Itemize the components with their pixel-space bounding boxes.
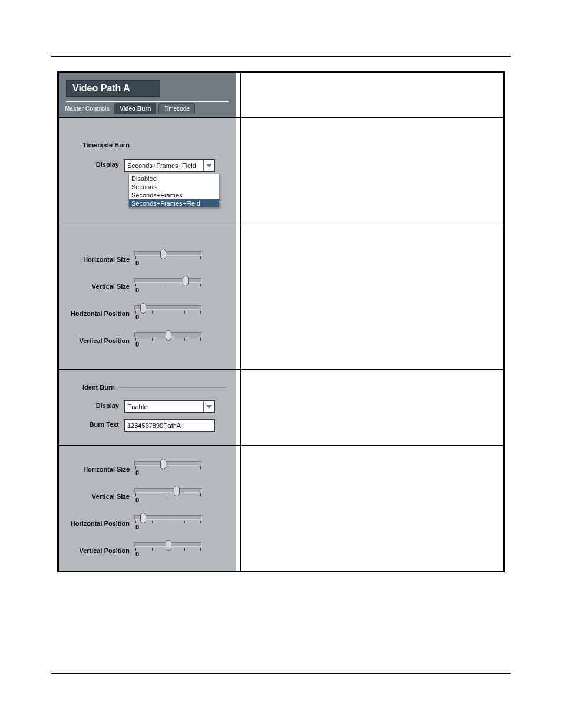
page-rule-bottom bbox=[51, 673, 511, 674]
vpos-slider-1[interactable] bbox=[134, 332, 202, 337]
desc-cell-2 bbox=[240, 118, 504, 226]
option-seconds-frames-field[interactable]: Seconds+Frames+Field bbox=[129, 199, 219, 207]
burn-text-input[interactable]: 1234567890PathA bbox=[124, 419, 215, 432]
option-seconds[interactable]: Seconds bbox=[129, 183, 219, 191]
hsize-thumb-1[interactable] bbox=[160, 249, 166, 259]
tab-master-controls[interactable]: Master Controls bbox=[62, 104, 112, 114]
burn-text-label: Burn Text bbox=[65, 419, 124, 428]
burn-text-value: 1234567890PathA bbox=[127, 422, 181, 429]
display-dropdown-options: Disabled Seconds Seconds+Frames Seconds+… bbox=[128, 174, 220, 208]
content-table: Video Path A Master Controls Video Burn … bbox=[57, 71, 505, 572]
tab-row: Master Controls Video Burn Timecode bbox=[59, 103, 236, 114]
hsize-value-1: 0 bbox=[135, 259, 202, 266]
ident-display-label: Display bbox=[65, 400, 124, 409]
hpos-label-1: Horizontal Position bbox=[65, 304, 134, 317]
title-underline bbox=[66, 101, 229, 102]
panel-title-block: Video Path A bbox=[66, 80, 160, 97]
ident-burn-heading: Ident Burn bbox=[65, 384, 118, 391]
ident-burn-header: Ident Burn bbox=[65, 384, 230, 391]
hpos-value-2: 0 bbox=[135, 523, 202, 531]
vpos-row-1: Vertical Position 0 bbox=[65, 331, 230, 348]
hpos-slider-2[interactable] bbox=[134, 515, 202, 520]
timecode-burn-panel: Timecode Burn Display Seconds+Frames+Fie… bbox=[59, 118, 236, 226]
display-label: Display bbox=[65, 159, 124, 168]
hpos-value-1: 0 bbox=[135, 314, 202, 321]
chevron-down-icon bbox=[203, 160, 214, 171]
vpos-label-2: Vertical Position bbox=[65, 541, 134, 554]
ident-burn-rule bbox=[118, 387, 226, 388]
desc-cell-5 bbox=[240, 446, 504, 572]
desc-cell-4 bbox=[240, 370, 504, 446]
hpos-thumb-1[interactable] bbox=[140, 303, 146, 314]
vsize-thumb-2[interactable] bbox=[174, 486, 180, 496]
hpos-label-2: Horizontal Position bbox=[65, 514, 134, 527]
tab-video-burn[interactable]: Video Burn bbox=[114, 103, 156, 114]
header-panel: Video Path A Master Controls Video Burn … bbox=[59, 73, 236, 117]
hsize-value-2: 0 bbox=[135, 469, 202, 476]
desc-cell-1 bbox=[240, 73, 504, 118]
vsize-thumb-1[interactable] bbox=[183, 276, 189, 286]
vsize-row-1: Vertical Size 0 bbox=[65, 277, 230, 294]
vpos-label-1: Vertical Position bbox=[65, 331, 134, 344]
vsize-slider-2[interactable] bbox=[134, 488, 202, 493]
hsize-slider-1[interactable] bbox=[134, 251, 202, 256]
chevron-down-icon bbox=[203, 401, 214, 412]
vsize-value-1: 0 bbox=[135, 286, 202, 294]
hsize-label-2: Horizontal Size bbox=[65, 460, 134, 473]
vpos-value-1: 0 bbox=[135, 341, 202, 348]
vpos-thumb-1[interactable] bbox=[166, 330, 171, 341]
tab-timecode[interactable]: Timecode bbox=[158, 103, 195, 114]
panel-title: Video Path A bbox=[72, 83, 130, 93]
ident-display-value: Enable bbox=[127, 403, 147, 410]
hsize-label-1: Horizontal Size bbox=[65, 250, 134, 263]
hsize-slider-2[interactable] bbox=[134, 461, 202, 466]
ident-burn-panel: Ident Burn Display Enable Burn Text 1234… bbox=[59, 370, 236, 445]
hpos-thumb-2[interactable] bbox=[140, 513, 146, 523]
ident-size-position-panel: Horizontal Size 0 Vertical Size 0 Horizo… bbox=[59, 446, 236, 571]
hsize-row-1: Horizontal Size 0 bbox=[65, 250, 230, 266]
option-seconds-frames[interactable]: Seconds+Frames bbox=[129, 191, 219, 199]
option-disabled[interactable]: Disabled bbox=[129, 174, 219, 183]
vpos-value-2: 0 bbox=[135, 551, 202, 558]
vsize-value-2: 0 bbox=[135, 496, 202, 503]
timecode-size-position-panel: Horizontal Size 0 Vertical Size 0 Horizo… bbox=[59, 226, 236, 369]
hsize-thumb-2[interactable] bbox=[160, 459, 166, 469]
hpos-row-2: Horizontal Position 0 bbox=[65, 514, 230, 531]
vsize-label-2: Vertical Size bbox=[65, 487, 134, 500]
vsize-slider-1[interactable] bbox=[134, 278, 202, 283]
hpos-row-1: Horizontal Position 0 bbox=[65, 304, 230, 321]
vpos-thumb-2[interactable] bbox=[166, 540, 171, 551]
vsize-row-2: Vertical Size 0 bbox=[65, 487, 230, 503]
timecode-burn-heading: Timecode Burn bbox=[82, 141, 230, 149]
vpos-row-2: Vertical Position 0 bbox=[65, 541, 230, 558]
hsize-row-2: Horizontal Size 0 bbox=[65, 460, 230, 476]
hpos-slider-1[interactable] bbox=[134, 305, 202, 310]
display-select[interactable]: Seconds+Frames+Field bbox=[124, 159, 215, 172]
vpos-slider-2[interactable] bbox=[134, 542, 202, 547]
desc-cell-3 bbox=[240, 226, 504, 370]
vsize-label-1: Vertical Size bbox=[65, 277, 134, 290]
display-selected-value: Seconds+Frames+Field bbox=[127, 162, 196, 169]
ident-display-select[interactable]: Enable bbox=[124, 400, 215, 413]
page-rule-top bbox=[51, 56, 511, 57]
